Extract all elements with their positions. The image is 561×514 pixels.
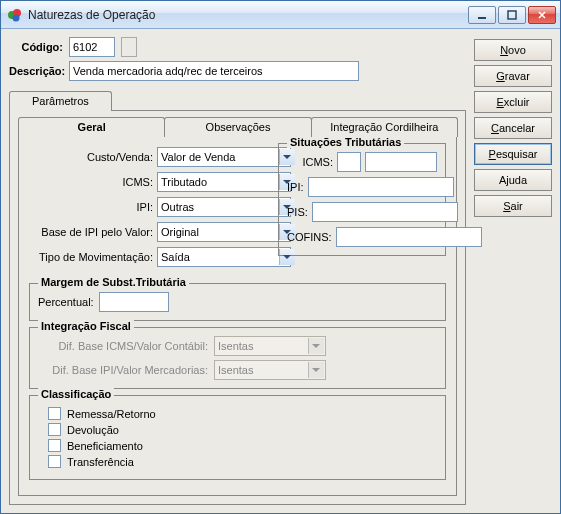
situacoes-title: Situações Tributárias: [287, 136, 404, 148]
checkbox-transferencia[interactable]: Transferência: [48, 455, 437, 468]
checkbox-icon: [48, 407, 61, 420]
base-ipi-select[interactable]: [157, 222, 291, 242]
excluir-button[interactable]: Excluir: [474, 91, 552, 113]
geral-panel: Custo/Venda: ICMS: IPI: Base de IPI pelo…: [18, 136, 457, 496]
sit-ipi-label: IPI:: [287, 181, 304, 193]
remessa-label: Remessa/Retorno: [67, 408, 156, 420]
minimize-button[interactable]: [468, 6, 496, 24]
dif-icms-select: [214, 336, 326, 356]
checkbox-remessa[interactable]: Remessa/Retorno: [48, 407, 437, 420]
codigo-label: Código:: [9, 41, 63, 53]
close-button[interactable]: [528, 6, 556, 24]
app-icon: [7, 7, 23, 23]
icms-label: ICMS:: [29, 176, 157, 188]
devolucao-label: Devolução: [67, 424, 119, 436]
descricao-label: Descrição:: [9, 65, 63, 77]
sit-pis-label: PIS:: [287, 206, 308, 218]
sit-ipi-input[interactable]: [308, 177, 454, 197]
sit-icms-label: ICMS:: [287, 156, 333, 168]
descricao-input[interactable]: [69, 61, 359, 81]
dif-ipi-select: [214, 360, 326, 380]
dif-ipi-label: Dif. Base IPI/Valor Mercadorias:: [38, 364, 208, 376]
percentual-input[interactable]: [99, 292, 169, 312]
svg-rect-4: [508, 11, 516, 19]
codigo-input[interactable]: [69, 37, 115, 57]
checkbox-icon: [48, 455, 61, 468]
window-title: Naturezas de Operação: [28, 8, 468, 22]
svg-rect-3: [478, 17, 486, 19]
icms-select[interactable]: [157, 172, 291, 192]
integracao-fiscal-title: Integração Fiscal: [38, 320, 134, 332]
checkbox-icon: [48, 439, 61, 452]
ipi-select[interactable]: [157, 197, 291, 217]
checkbox-devolucao[interactable]: Devolução: [48, 423, 437, 436]
tab-integracao-cordilheira[interactable]: Integração Cordilheira: [311, 117, 458, 137]
tab-parametros[interactable]: Parâmetros: [9, 91, 112, 111]
integracao-fiscal-group: Integração Fiscal Dif. Base ICMS/Valor C…: [29, 327, 446, 389]
sit-icms-b-input[interactable]: [365, 152, 437, 172]
checkbox-icon: [48, 423, 61, 436]
classificacao-title: Classificação: [38, 388, 114, 400]
window-frame: Naturezas de Operação Código: Descrição:: [0, 0, 561, 514]
maximize-button[interactable]: [498, 6, 526, 24]
custo-venda-label: Custo/Venda:: [29, 151, 157, 163]
situacoes-tributarias-group: Situações Tributárias ICMS: IPI:: [278, 143, 446, 256]
dif-icms-label: Dif. Base ICMS/Valor Contábil:: [38, 340, 208, 352]
codigo-aux-box: [121, 37, 137, 57]
transferencia-label: Transferência: [67, 456, 134, 468]
titlebar[interactable]: Naturezas de Operação: [1, 1, 560, 29]
sair-button[interactable]: Sair: [474, 195, 552, 217]
tab-observacoes[interactable]: Observações: [164, 117, 311, 137]
sit-cofins-label: COFINS:: [287, 231, 332, 243]
pesquisar-button[interactable]: Pesquisar: [474, 143, 552, 165]
sit-cofins-input[interactable]: [336, 227, 482, 247]
ipi-label: IPI:: [29, 201, 157, 213]
parametros-panel: Geral Observações Integração Cordilheira…: [9, 110, 466, 505]
svg-point-2: [13, 14, 20, 21]
tab-geral[interactable]: Geral: [18, 117, 165, 137]
tipo-mov-label: Tipo de Movimentação:: [29, 251, 157, 263]
margem-title: Margem de Subst.Tributária: [38, 276, 189, 288]
novo-button[interactable]: Novo: [474, 39, 552, 61]
percentual-label: Percentual:: [38, 296, 94, 308]
sit-icms-a-input[interactable]: [337, 152, 361, 172]
checkbox-beneficiamento[interactable]: Beneficiamento: [48, 439, 437, 452]
custo-venda-select[interactable]: [157, 147, 291, 167]
margem-group: Margem de Subst.Tributária Percentual:: [29, 283, 446, 321]
sit-pis-input[interactable]: [312, 202, 458, 222]
base-ipi-label: Base de IPI pelo Valor:: [29, 226, 157, 238]
beneficiamento-label: Beneficiamento: [67, 440, 143, 452]
classificacao-group: Classificação Remessa/Retorno Devolução …: [29, 395, 446, 480]
tipo-mov-select[interactable]: [157, 247, 291, 267]
ajuda-button[interactable]: Ajuda: [474, 169, 552, 191]
gravar-button[interactable]: Gravar: [474, 65, 552, 87]
cancelar-button[interactable]: Cancelar: [474, 117, 552, 139]
